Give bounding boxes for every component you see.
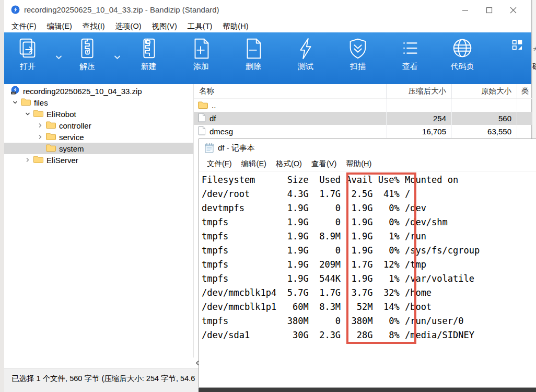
- original-size: 560: [452, 112, 517, 125]
- menu-options[interactable]: 选项(O): [110, 20, 147, 32]
- tree-label: controller: [59, 121, 91, 130]
- lightning-icon: [294, 37, 318, 61]
- list-view-icon: [398, 37, 422, 61]
- extract-zip-icon: [75, 37, 99, 61]
- menu-tools[interactable]: 工具(T): [182, 20, 218, 32]
- red-highlight-rectangle: [346, 172, 416, 344]
- tree-label: service: [59, 133, 84, 142]
- extract-dropdown-button[interactable]: [111, 51, 123, 64]
- minimize-button[interactable]: [453, 0, 477, 20]
- list-row-df[interactable]: df 254 560: [194, 112, 532, 125]
- folder-icon: [33, 155, 43, 165]
- minimize-icon: [462, 7, 469, 14]
- file-name: ..: [212, 101, 216, 110]
- notepad-icon: [205, 143, 214, 155]
- menu-edit[interactable]: 编辑(E): [42, 20, 77, 32]
- toolbar-label: 删除: [232, 62, 274, 72]
- toolbar-label: 添加: [180, 62, 222, 72]
- compressed-size: 16,705: [387, 125, 452, 138]
- tree-item-system[interactable]: system: [4, 143, 193, 154]
- folder-icon: [21, 97, 31, 108]
- open-button[interactable]: 打开: [7, 36, 49, 82]
- svg-text:ZIP: ZIP: [11, 91, 15, 94]
- tree-item-controller[interactable]: controller: [4, 120, 193, 131]
- background-edge-char: 磁: [532, 62, 536, 72]
- open-archive-icon: [16, 37, 40, 61]
- original-size: 63,550: [452, 125, 517, 138]
- file-icon: [198, 113, 206, 124]
- add-button[interactable]: 添加: [180, 36, 222, 82]
- zip-archive-icon: ZIP: [10, 86, 20, 97]
- notepad-bottom-edge: [199, 388, 536, 392]
- tree-item-elirobot[interactable]: EliRobot: [4, 108, 193, 120]
- column-header-compressed[interactable]: 压缩后大小: [387, 84, 452, 99]
- toolbar-label: 打开: [7, 62, 49, 72]
- delete-button[interactable]: 删除: [232, 36, 274, 82]
- chevron-down-icon: [13, 100, 18, 105]
- view-button[interactable]: 查看: [389, 36, 431, 82]
- bandizip-toolbar: 打开 解压: [4, 32, 531, 84]
- compressed-size: [387, 99, 452, 112]
- file-icon: [198, 126, 206, 137]
- tree-label: system: [59, 144, 84, 153]
- grid-layout-icon: [512, 40, 522, 50]
- archive-tree: ZIP recording20250625_10_04_33.zip files…: [4, 85, 193, 358]
- bandizip-app-icon: [11, 5, 20, 16]
- notepad-menu-edit[interactable]: 编辑(E): [237, 157, 271, 171]
- test-button[interactable]: 测试: [285, 36, 327, 82]
- notepad-menu-view[interactable]: 查看(V): [307, 157, 341, 171]
- folder-icon: [33, 109, 43, 119]
- tree-label: recording20250625_10_04_33.zip: [23, 87, 142, 96]
- tree-item-service[interactable]: service: [4, 131, 193, 143]
- maximize-icon: [486, 7, 493, 14]
- scan-button[interactable]: 扫描: [337, 36, 379, 82]
- tree-label: files: [34, 98, 48, 107]
- bandizip-titlebar: recording20250625_10_04_33.zip - Bandizi…: [4, 0, 531, 20]
- notepad-menu-format[interactable]: 格式(O): [271, 157, 307, 171]
- menu-view[interactable]: 视图(V): [146, 20, 182, 32]
- screen: recording20250625_10_04_33.zip - Bandizi…: [0, 0, 536, 392]
- add-file-icon: [189, 37, 213, 61]
- column-header-original[interactable]: 原始大小: [452, 84, 517, 99]
- window-controls: [453, 0, 525, 20]
- notepad-menu-file[interactable]: 文件(F): [202, 157, 237, 171]
- notepad-menu-help[interactable]: 帮助(H): [341, 157, 376, 171]
- maximize-button[interactable]: [477, 0, 501, 20]
- tree-item-archive-root[interactable]: ZIP recording20250625_10_04_33.zip: [4, 85, 193, 97]
- close-icon: [510, 7, 517, 14]
- toolbar-label: 新建: [128, 62, 170, 72]
- chevron-down-icon: [114, 55, 121, 60]
- compressed-size: 254: [387, 112, 452, 125]
- delete-file-icon: [241, 37, 265, 61]
- tree-item-eliserver[interactable]: EliServer: [4, 154, 193, 166]
- toolbar-label: 扫描: [337, 62, 379, 72]
- list-header: 名称 压缩后大小 原始大小 类型: [194, 84, 532, 99]
- folder-icon: [46, 132, 56, 142]
- new-archive-button[interactable]: 新建: [128, 36, 170, 82]
- file-name: dmesg: [209, 127, 233, 136]
- menu-find[interactable]: 查找(I): [77, 20, 110, 32]
- toolbar-label: 代码页: [441, 62, 483, 72]
- window-title: recording20250625_10_04_33.zip - Bandizi…: [24, 0, 219, 20]
- menu-file[interactable]: 文件(F): [6, 20, 42, 32]
- chevron-right-icon: [38, 123, 42, 128]
- extract-button[interactable]: 解压: [66, 36, 108, 82]
- layout-toggle-button[interactable]: [512, 40, 523, 51]
- background-edge-text: 大: [533, 46, 536, 53]
- list-row-up[interactable]: ..: [194, 99, 532, 112]
- list-row-dmesg[interactable]: dmesg 16,705 63,550: [194, 125, 532, 138]
- menu-help[interactable]: 帮助(H): [217, 20, 253, 32]
- column-header-name[interactable]: 名称: [194, 84, 387, 99]
- chevron-down-icon: [25, 112, 30, 116]
- close-button[interactable]: [501, 0, 525, 20]
- column-header-type[interactable]: 类型: [517, 84, 532, 99]
- codepage-button[interactable]: 代码页: [441, 36, 483, 82]
- toolbar-label: 解压: [66, 62, 108, 72]
- folder-icon: [46, 120, 56, 131]
- original-size: [452, 99, 517, 112]
- folder-icon: [198, 100, 208, 111]
- notepad-title: df - 记事本: [218, 139, 255, 157]
- tree-item-files[interactable]: files: [4, 97, 193, 108]
- open-dropdown-button[interactable]: [53, 51, 64, 64]
- notepad-titlebar: df - 记事本: [199, 139, 536, 157]
